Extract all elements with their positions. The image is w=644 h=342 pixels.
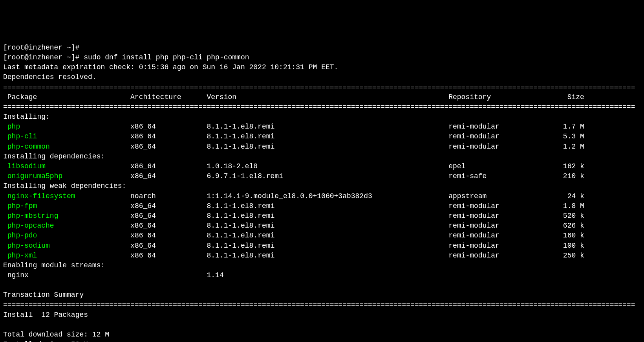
prompt-empty: [root@inzhener ~]# bbox=[3, 43, 641, 53]
package-row: php-common x86_64 8.1.1-1.el8.remi remi-… bbox=[3, 142, 641, 152]
package-row: php-sodium x86_64 8.1.1-1.el8.remi remi-… bbox=[3, 241, 641, 251]
package-row: php x86_64 8.1.1-1.el8.remi remi-modular… bbox=[3, 122, 641, 132]
package-row: php-cli x86_64 8.1.1-1.el8.remi remi-mod… bbox=[3, 132, 641, 142]
package-row: php-fpm x86_64 8.1.1-1.el8.remi remi-mod… bbox=[3, 201, 641, 211]
section-weak-deps: Installing weak dependencies: bbox=[3, 181, 641, 191]
blank-line bbox=[3, 320, 641, 330]
package-row: php-mbstring x86_64 8.1.1-1.el8.remi rem… bbox=[3, 211, 641, 221]
deps-resolved: Dependencies resolved. bbox=[3, 72, 641, 82]
table-header: Package Architecture Version Repository … bbox=[3, 92, 641, 102]
command-line: [root@inzhener ~]# sudo dnf install php … bbox=[3, 53, 641, 63]
package-row: php-opcache x86_64 8.1.1-1.el8.remi remi… bbox=[3, 221, 641, 231]
installed-size: Installed size: 52 M bbox=[3, 340, 641, 342]
section-modules: Enabling module streams: bbox=[3, 261, 641, 270]
package-row: php-pdo x86_64 8.1.1-1.el8.remi remi-mod… bbox=[3, 231, 641, 241]
section-deps: Installing dependencies: bbox=[3, 152, 641, 162]
divider: ========================================… bbox=[3, 102, 641, 112]
section-installing: Installing: bbox=[3, 112, 641, 122]
download-size: Total download size: 12 M bbox=[3, 330, 641, 340]
install-count: Install 12 Packages bbox=[3, 310, 641, 320]
transaction-summary-title: Transaction Summary bbox=[3, 290, 641, 300]
divider: ========================================… bbox=[3, 300, 641, 310]
blank-line bbox=[3, 280, 641, 290]
package-row: libsodium x86_64 1.0.18-2.el8 epel 162 k bbox=[3, 162, 641, 171]
package-row: oniguruma5php x86_64 6.9.7.1-1.el8.remi … bbox=[3, 171, 641, 181]
package-row: php-xml x86_64 8.1.1-1.el8.remi remi-mod… bbox=[3, 251, 641, 261]
terminal-output[interactable]: [root@inzhener ~]#[root@inzhener ~]# sud… bbox=[3, 43, 641, 342]
package-row: nginx-filesystem noarch 1:1.14.1-9.modul… bbox=[3, 191, 641, 201]
module-row: nginx 1.14 bbox=[3, 270, 641, 280]
divider: ========================================… bbox=[3, 83, 641, 92]
metadata-line: Last metadata expiration check: 0:15:36 … bbox=[3, 63, 641, 72]
